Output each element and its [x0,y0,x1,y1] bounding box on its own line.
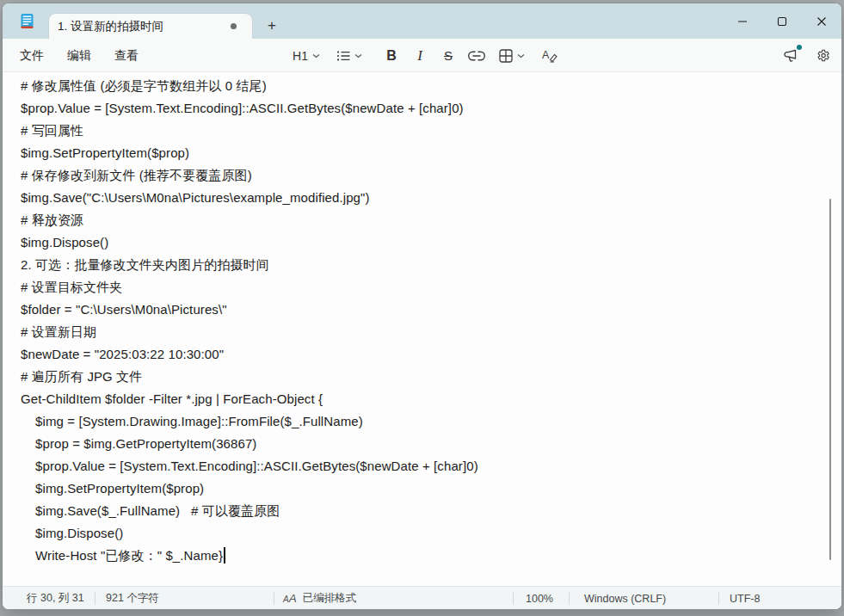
editor-line[interactable]: # 修改属性值 (必须是字节数组并以 0 结尾) [21,75,816,97]
editor-line[interactable]: # 遍历所有 JPG 文件 [21,366,816,388]
editor-line[interactable]: $img.SetPropertyItem($prop) [21,477,816,500]
bold-button[interactable]: B [379,43,404,68]
list-icon [336,50,350,62]
notification-dot [797,45,802,50]
vertical-scrollbar[interactable] [829,199,832,560]
minimize-button[interactable] [723,3,762,39]
gear-icon [816,48,830,63]
table-icon [499,49,513,63]
link-icon [468,51,485,61]
chevron-down-icon [354,53,362,59]
statusbar-divider [95,592,95,605]
italic-button[interactable]: I [407,43,433,68]
chevron-down-icon [312,53,320,59]
statusbar-divider [569,592,570,605]
line-ending-indicator[interactable]: Windows (CRLF) [584,587,666,610]
editor-line[interactable]: $img.Save($_.FullName) # 可以覆盖原图 [21,500,816,522]
list-dropdown[interactable] [332,43,367,68]
editor-line[interactable]: $folder = "C:\Users\M0na\Pictures\" [21,299,816,321]
titlebar: 1. 设置新的拍摄时间 + [3,3,841,39]
maximize-icon [777,16,787,27]
zoom-level[interactable]: 100% [526,587,553,610]
svg-text:A: A [542,49,550,61]
chevron-down-icon [517,53,525,59]
editor-line[interactable]: $prop = $img.GetPropertyItem(36867) [21,433,816,455]
menu-view[interactable]: 查看 [109,39,144,72]
heading-style-label: H1 [293,49,308,63]
maximize-button[interactable] [762,3,802,39]
new-tab-button[interactable]: + [261,15,283,37]
editor-line[interactable]: $img.Save("C:\Users\M0na\Pictures\exampl… [21,187,816,209]
unsaved-indicator-dot [231,23,237,29]
clear-formatting-button[interactable]: A [536,43,564,68]
strikethrough-button[interactable]: S [435,43,461,68]
heading-style-dropdown[interactable]: H1 [287,43,325,68]
tab-title: 1. 设置新的拍摄时间 [58,19,163,34]
character-count: 921 个字符 [106,587,159,610]
minimize-icon [737,16,748,27]
megaphone-icon [784,48,800,63]
menu-edit[interactable]: 编辑 [62,39,96,72]
notepad-window: 1. 设置新的拍摄时间 + 文件 编辑 查看 H1 [2,3,842,610]
tab-active[interactable]: 1. 设置新的拍摄时间 [49,14,252,39]
text-format-icon: AA [283,592,297,605]
statusbar: 行 30, 列 31 921 个字符 AA 已编排格式 100% Windows… [3,586,841,609]
editor-line[interactable]: # 设置新日期 [21,321,816,343]
editor-line[interactable]: $prop.Value = [System.Text.Encoding]::AS… [21,455,816,477]
text-editor-area[interactable]: # 修改属性值 (必须是字节数组并以 0 结尾)$prop.Value = [S… [3,72,841,586]
statusbar-divider [274,592,274,605]
close-button[interactable] [802,3,841,39]
editor-line[interactable]: $prop.Value = [System.Text.Encoding]::AS… [21,97,816,120]
link-button[interactable] [463,43,490,68]
editor-line[interactable]: $img = [System.Drawing.Image]::FromFile(… [21,410,816,433]
editor-line[interactable]: $img.SetPropertyItem($prop) [21,142,816,164]
notepad-app-icon [19,13,35,29]
statusbar-divider [513,592,514,605]
clear-formatting-icon: A [542,48,558,63]
format-status[interactable]: AA 已编排格式 [283,587,356,610]
text-cursor [224,547,225,564]
encoding-indicator[interactable]: UTF-8 [730,587,760,610]
toolbar: 文件 编辑 查看 H1 B I S [3,39,841,72]
settings-button[interactable] [809,43,836,68]
editor-line[interactable]: $img.Dispose() [21,231,816,254]
window-controls [723,3,841,39]
editor-line[interactable]: # 设置目标文件夹 [21,276,816,299]
editor-line[interactable]: # 释放资源 [21,209,816,231]
menu-file[interactable]: 文件 [15,39,49,72]
editor-line[interactable]: Get-ChildItem $folder -Filter *.jpg | Fo… [21,388,816,410]
editor-line[interactable]: $newDate = "2025:03:22 10:30:00" [21,343,816,366]
statusbar-divider [718,592,719,605]
editor-line[interactable]: # 写回属性 [21,120,816,142]
editor-line[interactable]: $img.Dispose() [21,522,816,545]
cursor-position: 行 30, 列 31 [27,587,84,610]
editor-line[interactable]: # 保存修改到新文件 (推荐不要覆盖原图) [21,164,816,187]
editor-line[interactable]: 2. 可选：批量修改文件夹内图片的拍摄时间 [21,254,816,276]
close-icon [816,16,827,27]
table-dropdown[interactable] [493,43,531,68]
editor-line[interactable]: Write-Host "已修改：" $_.Name} [21,545,816,567]
announcements-button[interactable] [778,43,805,68]
format-status-label: 已编排格式 [303,591,357,606]
editor-lines: # 修改属性值 (必须是字节数组并以 0 结尾)$prop.Value = [S… [21,75,816,567]
